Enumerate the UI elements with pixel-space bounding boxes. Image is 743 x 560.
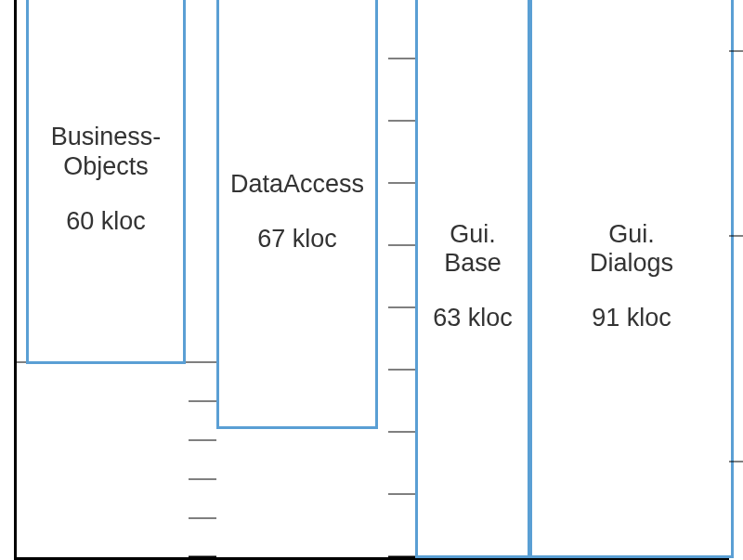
module-box-businessobjects: Business-Objects 60 kloc xyxy=(26,0,186,364)
module-box-gui-base: Gui.Base 63 kloc xyxy=(415,0,530,558)
module-label: Gui.Dialogs xyxy=(590,220,673,278)
module-label: DataAccess xyxy=(230,170,364,199)
module-box-dataaccess: DataAccess 67 kloc xyxy=(216,0,378,429)
module-value: 60 kloc xyxy=(66,207,146,236)
module-label: Gui.Base xyxy=(444,220,502,278)
module-value: 91 kloc xyxy=(592,304,671,332)
module-value: 67 kloc xyxy=(257,225,337,254)
module-box-gui-dialogs: Gui.Dialogs 91 kloc xyxy=(529,0,734,558)
module-value: 63 kloc xyxy=(433,304,513,332)
module-label: Business-Objects xyxy=(51,123,162,180)
